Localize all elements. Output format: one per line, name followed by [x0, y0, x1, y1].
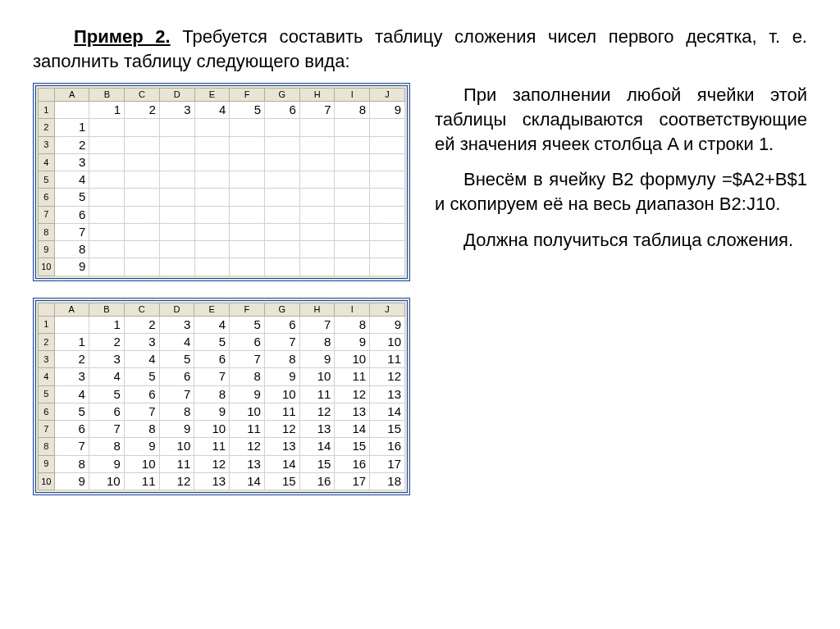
cell[interactable]: 1: [89, 316, 124, 333]
cell[interactable]: [265, 153, 300, 171]
cell[interactable]: [370, 171, 405, 189]
cell[interactable]: 9: [299, 351, 335, 368]
cell[interactable]: [125, 241, 160, 258]
cell[interactable]: [89, 258, 125, 276]
cell[interactable]: 12: [159, 472, 194, 490]
cell[interactable]: [194, 171, 230, 189]
cell[interactable]: [159, 136, 194, 153]
cell[interactable]: 4: [159, 333, 194, 350]
cell[interactable]: [370, 119, 405, 136]
cell[interactable]: 13: [335, 403, 370, 420]
cell[interactable]: 7: [89, 421, 124, 438]
cell[interactable]: 17: [370, 455, 405, 472]
cell[interactable]: 3: [159, 316, 194, 333]
cell[interactable]: 12: [230, 438, 265, 455]
cell[interactable]: [370, 206, 405, 223]
cell[interactable]: 8: [335, 102, 370, 119]
cell[interactable]: 15: [299, 455, 335, 472]
cell[interactable]: [194, 223, 230, 240]
cell[interactable]: 13: [264, 438, 299, 455]
cell[interactable]: 4: [54, 385, 89, 403]
cell[interactable]: [194, 241, 230, 258]
cell[interactable]: 13: [230, 455, 265, 472]
cell[interactable]: 9: [124, 438, 159, 455]
cell[interactable]: 8: [54, 455, 89, 472]
cell[interactable]: 8: [335, 316, 370, 333]
cell[interactable]: [159, 153, 194, 171]
cell[interactable]: [194, 206, 230, 223]
cell[interactable]: 6: [124, 385, 159, 403]
cell[interactable]: [335, 153, 370, 171]
cell[interactable]: [370, 258, 405, 276]
cell[interactable]: 14: [264, 455, 299, 472]
cell[interactable]: [370, 136, 405, 153]
cell[interactable]: 6: [54, 206, 89, 223]
cell[interactable]: [194, 153, 230, 171]
cell[interactable]: 5: [230, 102, 265, 119]
cell[interactable]: 12: [370, 368, 405, 385]
cell[interactable]: [299, 223, 335, 240]
cell[interactable]: [299, 171, 335, 189]
cell[interactable]: [335, 223, 370, 240]
cell[interactable]: 11: [230, 421, 265, 438]
cell[interactable]: 8: [159, 403, 194, 420]
cell[interactable]: 12: [194, 455, 230, 472]
cell[interactable]: 6: [264, 316, 299, 333]
cell[interactable]: 9: [54, 472, 89, 490]
cell[interactable]: [125, 258, 160, 276]
cell[interactable]: [89, 241, 125, 258]
cell[interactable]: 8: [89, 438, 124, 455]
cell[interactable]: 18: [370, 472, 405, 490]
cell[interactable]: 15: [264, 472, 299, 490]
cell[interactable]: 6: [89, 403, 124, 420]
cell[interactable]: 13: [370, 385, 405, 403]
cell[interactable]: 9: [230, 385, 265, 403]
cell[interactable]: 11: [124, 472, 159, 490]
cell[interactable]: [194, 136, 230, 153]
cell[interactable]: 13: [299, 421, 335, 438]
cell[interactable]: [230, 241, 265, 258]
cell[interactable]: 7: [124, 403, 159, 420]
cell[interactable]: [125, 171, 160, 189]
cell[interactable]: 2: [89, 333, 124, 350]
cell[interactable]: 9: [54, 258, 89, 276]
cell[interactable]: [54, 316, 89, 333]
cell[interactable]: 7: [54, 223, 89, 240]
cell[interactable]: [265, 206, 300, 223]
cell[interactable]: [230, 171, 265, 189]
cell[interactable]: 10: [159, 438, 194, 455]
cell[interactable]: [194, 189, 230, 206]
cell[interactable]: 8: [230, 368, 265, 385]
cell[interactable]: [230, 136, 265, 153]
cell[interactable]: 12: [335, 385, 370, 403]
cell[interactable]: 14: [370, 403, 405, 420]
cell[interactable]: [54, 102, 89, 119]
cell[interactable]: [335, 241, 370, 258]
cell[interactable]: 7: [159, 385, 194, 403]
cell[interactable]: [89, 189, 125, 206]
cell[interactable]: [230, 153, 265, 171]
cell[interactable]: 14: [230, 472, 265, 490]
cell[interactable]: 7: [230, 351, 265, 368]
cell[interactable]: [194, 258, 230, 276]
cell[interactable]: 9: [370, 316, 405, 333]
cell[interactable]: [194, 119, 230, 136]
cell[interactable]: [89, 171, 125, 189]
cell[interactable]: 10: [335, 351, 370, 368]
cell[interactable]: 2: [54, 351, 89, 368]
cell[interactable]: [299, 136, 335, 153]
cell[interactable]: 7: [54, 438, 89, 455]
cell[interactable]: 3: [124, 333, 159, 350]
cell[interactable]: 14: [335, 421, 370, 438]
cell[interactable]: 3: [54, 368, 89, 385]
cell[interactable]: 14: [299, 438, 335, 455]
cell[interactable]: 4: [124, 351, 159, 368]
cell[interactable]: 10: [299, 368, 335, 385]
cell[interactable]: [230, 223, 265, 240]
cell[interactable]: 6: [54, 421, 89, 438]
cell[interactable]: 17: [335, 472, 370, 490]
cell[interactable]: 8: [124, 421, 159, 438]
cell[interactable]: 4: [194, 102, 230, 119]
cell[interactable]: [265, 258, 300, 276]
cell[interactable]: 12: [299, 403, 335, 420]
